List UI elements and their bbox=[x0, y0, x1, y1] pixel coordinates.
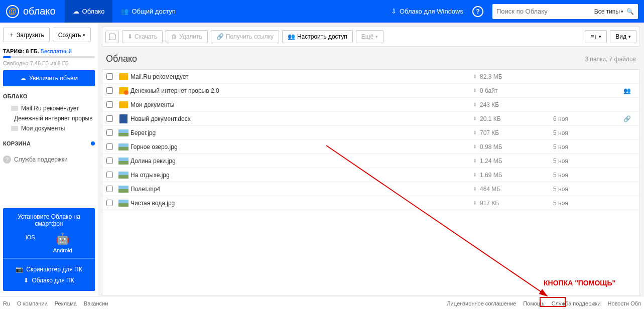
table-row[interactable]: Мои документы243 КБ bbox=[102, 98, 639, 112]
file-date: 5 ноя bbox=[553, 200, 623, 207]
row-checkbox[interactable] bbox=[106, 172, 113, 178]
search-box[interactable]: Все типы 🔍 bbox=[492, 4, 638, 19]
file-name[interactable]: Долина реки.jpg bbox=[131, 158, 473, 165]
checkbox[interactable] bbox=[109, 34, 115, 40]
trash-indicator-icon bbox=[91, 141, 95, 145]
table-row[interactable]: Mail.Ru рекомендует82.3 МБ bbox=[102, 70, 639, 84]
select-all-checkbox[interactable] bbox=[105, 31, 119, 43]
table-row[interactable]: Горное озеро.jpg0.98 МБ5 ноя bbox=[102, 140, 639, 154]
image-thumb-icon bbox=[118, 158, 128, 165]
folder-icon bbox=[11, 106, 18, 111]
file-name[interactable]: Полет.mp4 bbox=[131, 186, 473, 193]
tab-cloud[interactable]: ☁ Облако bbox=[65, 0, 113, 23]
sort-button[interactable]: ≡↓ bbox=[585, 30, 607, 43]
promo-title: Установите Облако на смартфон bbox=[8, 213, 90, 227]
people-icon: 👥 bbox=[120, 8, 128, 15]
help-icon[interactable]: ? bbox=[472, 6, 483, 17]
link-label: Получить ссылку bbox=[226, 33, 274, 40]
row-checkbox[interactable] bbox=[106, 115, 113, 122]
storage-progress bbox=[3, 56, 95, 58]
public-link-icon: 🔗 bbox=[623, 115, 631, 122]
sidebar-support-link[interactable]: ? Служба поддержки bbox=[3, 156, 95, 164]
view-button[interactable]: Вид bbox=[610, 30, 636, 43]
footer-support[interactable]: Служба поддержки bbox=[552, 300, 601, 306]
tree-label: Mail.Ru рекомендует bbox=[21, 105, 79, 112]
tree-label: Денежный интернет прорыв ... bbox=[14, 115, 95, 122]
section-trash[interactable]: КОРЗИНА bbox=[3, 140, 31, 146]
footer-news[interactable]: Новости Обл bbox=[608, 300, 641, 306]
file-name[interactable]: На отдыхе.jpg bbox=[131, 172, 473, 179]
file-name[interactable]: Берег.jpg bbox=[131, 129, 473, 136]
file-name[interactable]: Денежный интернет прорыв 2.0 bbox=[131, 87, 473, 94]
create-button[interactable]: Создать bbox=[53, 28, 91, 42]
sidebar-item-docs[interactable]: Мои документы bbox=[3, 123, 95, 133]
increase-label: Увеличить объем bbox=[29, 75, 78, 82]
row-checkbox[interactable] bbox=[106, 143, 113, 150]
sidebar-item-mailru[interactable]: Mail.Ru рекомендует bbox=[3, 103, 95, 113]
table-row[interactable]: Берег.jpg707 КБ5 ноя bbox=[102, 126, 639, 140]
table-row[interactable]: Новый документ.docx20.1 КБ6 ноя🔗 bbox=[102, 112, 639, 126]
file-name[interactable]: Mail.Ru рекомендует bbox=[131, 73, 473, 80]
row-checkbox[interactable] bbox=[106, 101, 113, 108]
file-name[interactable]: Чистая вода.jpg bbox=[131, 200, 473, 207]
brand-logo[interactable]: @ облако bbox=[0, 5, 65, 18]
at-icon: @ bbox=[6, 5, 19, 18]
file-name[interactable]: Мои документы bbox=[131, 101, 473, 108]
file-size: 464 МБ bbox=[473, 186, 553, 193]
upload-button[interactable]: ＋Загрузить bbox=[3, 28, 50, 42]
footer-lang[interactable]: Ru bbox=[3, 300, 10, 306]
footer-help[interactable]: Помощь bbox=[523, 300, 545, 306]
support-label: Служба поддержки bbox=[14, 156, 68, 163]
file-size: 243 КБ bbox=[473, 101, 553, 108]
row-checkbox[interactable] bbox=[106, 129, 113, 136]
tab-shared-label: Общий доступ bbox=[132, 8, 175, 15]
row-checkbox[interactable] bbox=[106, 186, 113, 192]
file-date: 5 ноя bbox=[553, 158, 623, 165]
android-app-link[interactable]: 🤖Android bbox=[53, 232, 72, 253]
file-size: 82.3 МБ bbox=[473, 73, 553, 80]
configure-access-button[interactable]: 👥Настроить доступ bbox=[282, 30, 353, 43]
row-checkbox[interactable] bbox=[106, 73, 113, 80]
footer-jobs[interactable]: Вакансии bbox=[84, 300, 108, 306]
row-checkbox[interactable] bbox=[106, 200, 113, 206]
table-row[interactable]: Денежный интернет прорыв 2.00 байт👥 bbox=[102, 84, 639, 98]
footer-license[interactable]: Лицензионное соглашение bbox=[447, 300, 516, 306]
file-name[interactable]: Горное озеро.jpg bbox=[131, 143, 473, 150]
file-date: 5 ноя bbox=[553, 129, 623, 136]
row-checkbox[interactable] bbox=[106, 87, 113, 94]
search-input[interactable] bbox=[496, 8, 590, 15]
footer-ads[interactable]: Реклама bbox=[55, 300, 77, 306]
table-row[interactable]: Чистая вода.jpg917 КБ5 ноя bbox=[102, 196, 639, 210]
table-row[interactable]: Долина реки.jpg1.24 МБ5 ноя bbox=[102, 154, 639, 168]
ios-app-link[interactable]: iOS bbox=[26, 232, 35, 253]
tariff-label: ТАРИФ: 8 ГБ. bbox=[3, 48, 39, 54]
tab-shared[interactable]: 👥 Общий доступ bbox=[112, 0, 183, 23]
desktop-link[interactable]: ⬇Облако для ПК bbox=[8, 275, 90, 286]
desktop-label: Облако для ПК bbox=[32, 277, 74, 284]
increase-storage-button[interactable]: ☁ Увеличить объем bbox=[3, 70, 95, 86]
breadcrumb-info: 3 папки, 7 файлов bbox=[585, 56, 636, 63]
file-size: 917 КБ bbox=[473, 200, 553, 207]
download-button[interactable]: ⬇Скачать bbox=[122, 30, 163, 43]
get-link-button[interactable]: 🔗Получить ссылку bbox=[211, 30, 279, 43]
tab-cloud-label: Облако bbox=[82, 8, 105, 15]
windows-link[interactable]: ⇩ Облако для Windows bbox=[391, 8, 463, 15]
search-type-dropdown[interactable]: Все типы bbox=[594, 8, 623, 15]
search-icon[interactable]: 🔍 bbox=[626, 8, 634, 15]
sidebar-item-money[interactable]: Денежный интернет прорыв ... bbox=[3, 113, 95, 123]
delete-button[interactable]: 🗑Удалить bbox=[166, 30, 208, 43]
tariff-info: ТАРИФ: 8 ГБ. Бесплатный Свободно 7.46 ГБ… bbox=[3, 48, 95, 66]
screenshoter-link[interactable]: 📷Скриншотер для ПК bbox=[8, 264, 90, 275]
footer-about[interactable]: О компании bbox=[17, 300, 48, 306]
table-row[interactable]: Полет.mp4464 МБ5 ноя bbox=[102, 182, 639, 196]
sidebar: ＋Загрузить Создать ТАРИФ: 8 ГБ. Бесплатн… bbox=[0, 23, 98, 296]
breadcrumb-title: Облако bbox=[106, 54, 137, 64]
access-label: Настроить доступ bbox=[297, 33, 347, 40]
table-row[interactable]: На отдыхе.jpg1.69 МБ5 ноя bbox=[102, 168, 639, 182]
tariff-plan-link[interactable]: Бесплатный bbox=[41, 48, 72, 54]
file-size: 20.1 КБ bbox=[473, 115, 553, 122]
more-button[interactable]: Ещё bbox=[356, 30, 384, 43]
image-thumb-icon bbox=[118, 186, 128, 193]
row-checkbox[interactable] bbox=[106, 158, 113, 164]
file-name[interactable]: Новый документ.docx bbox=[131, 115, 473, 122]
